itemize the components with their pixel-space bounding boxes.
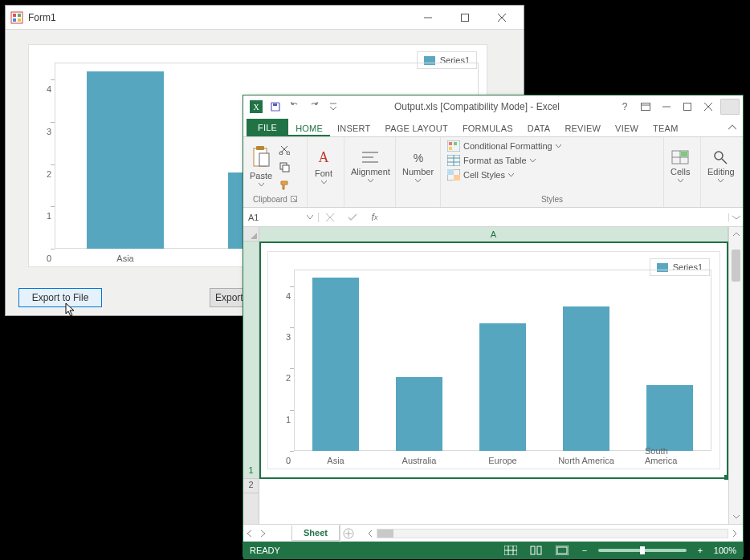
find-icon — [711, 149, 731, 165]
cut-icon[interactable] — [277, 142, 291, 156]
svg-rect-4 — [18, 18, 21, 22]
minimize-button[interactable] — [410, 6, 446, 30]
undo-icon[interactable] — [288, 100, 301, 113]
alignment-icon — [361, 149, 380, 165]
excel-titlebar[interactable]: X Output.xls [Compatibility Mode] - Exce… — [243, 95, 743, 118]
tab-view[interactable]: VIEW — [608, 120, 646, 136]
scroll-down-icon[interactable] — [729, 509, 743, 524]
chart-bar — [479, 323, 525, 451]
redo-icon[interactable] — [308, 100, 320, 113]
row-header-2[interactable]: 2 — [243, 479, 259, 493]
row-header-1[interactable]: 1 — [243, 241, 259, 479]
account-avatar-icon[interactable] — [720, 99, 740, 115]
qat-dropdown-icon[interactable] — [327, 100, 340, 113]
clipboard-group-label: Clipboard — [253, 195, 287, 204]
close-button[interactable] — [698, 98, 719, 116]
cell-a1-selection[interactable]: Series101234AsiaAustraliaEuropeNorth Ame… — [259, 241, 728, 479]
new-sheet-button[interactable] — [340, 525, 357, 542]
normal-view-icon[interactable] — [502, 544, 520, 557]
scroll-left-icon[interactable] — [364, 530, 377, 537]
svg-rect-34 — [454, 142, 457, 145]
help-button[interactable]: ? — [614, 98, 635, 116]
minimize-button[interactable] — [656, 98, 677, 116]
chart-bar — [563, 306, 609, 451]
chevron-down-icon — [321, 180, 327, 185]
svg-rect-21 — [259, 153, 269, 166]
tab-nav-next-icon[interactable] — [256, 530, 269, 537]
tab-team[interactable]: TEAM — [646, 120, 685, 136]
tab-page-layout[interactable]: PAGE LAYOUT — [377, 120, 454, 136]
scroll-thumb[interactable] — [732, 250, 740, 282]
column-headers[interactable]: A — [259, 227, 728, 241]
tab-review[interactable]: REVIEW — [557, 120, 608, 136]
tab-insert[interactable]: INSERT — [330, 120, 377, 136]
ribbon-display-button[interactable] — [635, 98, 656, 116]
chevron-down-icon — [508, 172, 514, 178]
format-as-table-button[interactable]: Format as Table — [447, 155, 536, 166]
svg-text:%: % — [413, 152, 422, 164]
y-axis-tick-label: 1 — [47, 211, 51, 221]
conditional-formatting-button[interactable]: Conditional Formatting — [447, 140, 561, 152]
vertical-scrollbar[interactable] — [728, 227, 743, 524]
save-icon[interactable] — [269, 100, 282, 113]
maximize-button[interactable] — [446, 6, 483, 30]
tab-file[interactable]: FILE — [247, 119, 288, 136]
svg-rect-1 — [13, 14, 16, 17]
zoom-slider-thumb[interactable] — [640, 546, 645, 554]
worksheet[interactable]: A 1 2 Series101234AsiaAustraliaEuropeNor… — [243, 227, 743, 524]
editing-group-button[interactable]: Editing — [707, 149, 735, 184]
name-box[interactable]: A1 — [243, 213, 319, 222]
tab-data[interactable]: DATA — [520, 120, 558, 136]
insert-function-icon[interactable]: fx — [364, 212, 386, 223]
y-axis-tick-label: 0 — [286, 456, 291, 465]
zoom-slider[interactable] — [598, 549, 687, 552]
collapse-ribbon-icon[interactable] — [722, 119, 743, 136]
column-header-a[interactable]: A — [259, 227, 728, 241]
scroll-right-icon[interactable] — [728, 530, 741, 537]
zoom-out-icon[interactable]: − — [579, 544, 590, 557]
number-group-button[interactable]: %Number — [402, 149, 434, 184]
zoom-level[interactable]: 100% — [714, 546, 736, 555]
embedded-chart[interactable]: Series101234AsiaAustraliaEuropeNorth Ame… — [268, 252, 719, 469]
font-group-button[interactable]: AFont — [314, 148, 333, 185]
copy-icon[interactable] — [277, 160, 291, 174]
name-box-value: A1 — [248, 213, 259, 222]
svg-point-47 — [715, 152, 723, 160]
zoom-in-icon[interactable]: + — [695, 544, 706, 557]
x-axis-label: Asia — [116, 254, 133, 263]
cell-styles-icon — [447, 169, 460, 181]
expand-formula-icon[interactable] — [728, 213, 743, 221]
x-axis-label: Europe — [488, 456, 516, 465]
cell-styles-button[interactable]: Cell Styles — [447, 169, 514, 181]
winform-titlebar[interactable]: Form1 — [6, 6, 524, 30]
conditional-formatting-icon — [447, 140, 460, 152]
page-break-view-icon[interactable] — [553, 544, 571, 557]
font-icon: A — [314, 148, 333, 167]
horizontal-scrollbar[interactable] — [362, 526, 743, 541]
cells-label: Cells — [671, 167, 690, 177]
format-painter-icon[interactable] — [277, 177, 291, 192]
svg-rect-6 — [462, 14, 469, 21]
cells-group-button[interactable]: Cells — [671, 149, 690, 184]
formula-cancel-icon[interactable] — [319, 213, 341, 221]
tab-formulas[interactable]: FORMULAS — [455, 120, 520, 136]
maximize-button[interactable] — [677, 98, 698, 116]
formula-enter-icon[interactable] — [341, 213, 364, 221]
dialog-launcher-icon[interactable] — [291, 196, 297, 202]
y-axis-tick-label: 0 — [47, 254, 51, 263]
scroll-up-icon[interactable] — [729, 227, 743, 241]
tab-home[interactable]: HOME — [288, 120, 330, 136]
paste-button[interactable]: Paste — [250, 145, 272, 188]
hscroll-thumb[interactable] — [377, 530, 393, 538]
svg-rect-58 — [531, 546, 535, 554]
alignment-group-button[interactable]: Alignment — [351, 149, 390, 184]
chevron-down-icon — [718, 178, 724, 184]
sheet-tab[interactable]: Sheet — [291, 526, 340, 541]
tab-nav-prev-icon[interactable] — [243, 530, 256, 537]
svg-rect-20 — [256, 146, 264, 150]
row-headers[interactable]: 1 2 — [243, 241, 259, 524]
select-all-icon[interactable] — [243, 227, 259, 241]
export-to-file-button[interactable]: Export to File — [18, 288, 102, 307]
close-button[interactable] — [483, 6, 520, 30]
page-layout-view-icon[interactable] — [528, 544, 545, 557]
